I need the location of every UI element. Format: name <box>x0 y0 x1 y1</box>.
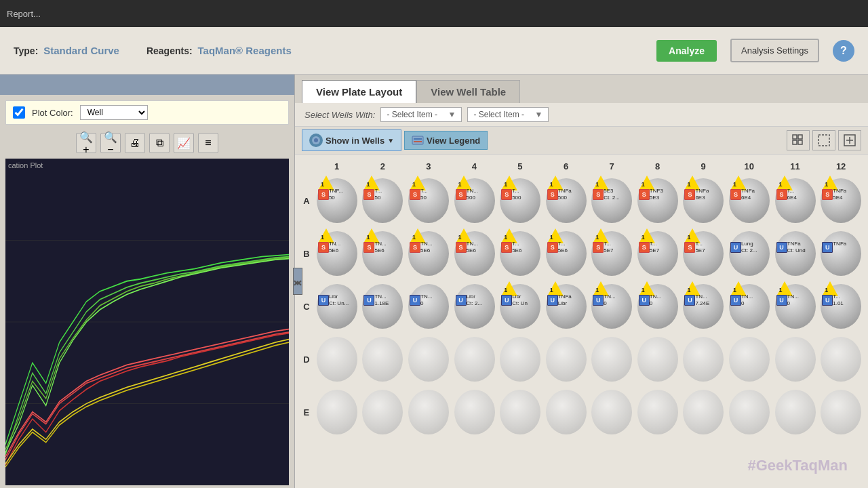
well-cell-E12[interactable] <box>818 386 864 439</box>
tab-view-plate-layout[interactable]: View Plate Layout <box>302 80 416 103</box>
collapse-arrow[interactable] <box>293 268 302 295</box>
well-cell-D8[interactable] <box>635 333 681 386</box>
zoom-in-button[interactable]: 🔍+ <box>76 133 96 153</box>
well-cell-D12[interactable] <box>818 333 864 386</box>
grid-add-button[interactable] <box>838 130 861 150</box>
well-cell-B6[interactable]: 1ST... 5E6 <box>543 227 589 280</box>
well-cell-E10[interactable] <box>726 386 772 439</box>
well-cell-D10[interactable] <box>726 333 772 386</box>
select-item-dropdown-2[interactable]: - Select Item - ▼ <box>467 107 549 122</box>
well-cell-B9[interactable]: 1ST... 5E7 <box>680 227 726 280</box>
well-cell-E5[interactable] <box>497 386 543 439</box>
well-cell-D9[interactable] <box>680 333 726 386</box>
well-cell-D5[interactable] <box>497 333 543 386</box>
well-cell-A8[interactable]: 1STNF3 5E3 <box>635 174 681 227</box>
well-cell-A4[interactable]: 1STN... 500 <box>452 174 498 227</box>
row-header-D: D <box>299 333 314 386</box>
svg-rect-11 <box>798 135 802 139</box>
well-cell-E4[interactable] <box>452 386 498 439</box>
well-cell-A10[interactable]: 1STNFa 6E4 <box>726 174 772 227</box>
well-cell-A2[interactable]: 1ST... 50 <box>359 174 406 227</box>
well-cell-C11[interactable]: 1UTN... 0 <box>772 280 818 333</box>
well-cell-D4[interactable] <box>452 333 498 386</box>
well-cell-A11[interactable]: 1ST... 6E4 <box>772 174 818 227</box>
well-cell-D7[interactable] <box>589 333 635 386</box>
well-icon-A5: S <box>501 189 512 200</box>
well-cell-B8[interactable]: 1ST... 5E7 <box>635 227 681 280</box>
well-cell-C6[interactable]: 1UTNFa Libr <box>543 280 589 333</box>
well-cell-A6[interactable]: 1STNFa 500 <box>543 174 589 227</box>
select-item-dropdown-1[interactable]: - Select Item - ▼ <box>380 107 462 122</box>
well-flag-num-A9: 1 <box>687 181 690 188</box>
well-cell-B12[interactable]: UTNFa <box>818 227 864 280</box>
well-cell-A7[interactable]: 1S5E3 Ct: 2... <box>589 174 635 227</box>
well-cell-A9[interactable]: 1STNFa 6E3 <box>680 174 726 227</box>
well-cell-E11[interactable] <box>772 386 818 439</box>
type-label: Type: Standard Curve <box>14 45 119 56</box>
col-header-5: 5 <box>497 159 543 174</box>
well-text-C6: TNFa Libr <box>558 293 572 306</box>
plot-color-select[interactable]: Well Sample Target <box>80 105 148 120</box>
chart-tools: 🔍+ 🔍− 🖨 ⧉ 📈 ≡ <box>0 130 294 156</box>
well-cell-E3[interactable] <box>406 386 452 439</box>
well-cell-E8[interactable] <box>635 386 681 439</box>
view-legend-button[interactable]: View Legend <box>404 131 488 150</box>
well-cell-E1[interactable] <box>314 386 360 439</box>
well-cell-B11[interactable]: UTNFa Ct: Und <box>772 227 818 280</box>
well-cell-D11[interactable] <box>772 333 818 386</box>
well-text-B7: T... 5E7 <box>604 241 613 253</box>
plot-color-row: Plot Color: Well Sample Target <box>5 100 289 125</box>
well-cell-E6[interactable] <box>543 386 589 439</box>
well-cell-E2[interactable] <box>359 386 406 439</box>
well-flag-num-B8: 1 <box>642 234 645 241</box>
well-cell-B3[interactable]: 1STN... 5E6 <box>406 227 452 280</box>
print-button[interactable]: 🖨 <box>125 133 145 153</box>
analysis-settings-button[interactable]: Analysis Settings <box>730 39 819 62</box>
well-cell-A3[interactable]: 1ST... 50 <box>406 174 452 227</box>
well-text-B11: TNFa Ct: Und <box>787 241 806 253</box>
well-cell-C8[interactable]: 1UTN... 0 <box>635 280 681 333</box>
copy-button[interactable]: ⧉ <box>149 133 170 153</box>
well-cell-B7[interactable]: 1ST... 5E7 <box>589 227 635 280</box>
grid-select-all-button[interactable] <box>787 130 810 150</box>
zoom-out-button[interactable]: 🔍− <box>100 133 121 153</box>
dropdown-arrow-1: ▼ <box>448 110 456 119</box>
well-cell-C5[interactable]: 1ULibr Ct: Un <box>497 280 543 333</box>
well-cell-C1[interactable]: ULibr Ct: Un... <box>314 280 360 333</box>
well-cell-C12[interactable]: 1UT... 1.01 <box>818 280 864 333</box>
list-button[interactable]: ≡ <box>198 133 218 153</box>
well-cell-A1[interactable]: 1STNF... 50 <box>314 174 360 227</box>
help-button[interactable]: ? <box>833 40 854 62</box>
well-cell-E7[interactable] <box>589 386 635 439</box>
grid-deselect-button[interactable] <box>812 130 835 150</box>
well-cell-D1[interactable] <box>314 333 360 386</box>
well-cell-C7[interactable]: 1UTN... 0 <box>589 280 635 333</box>
well-cell-D6[interactable] <box>543 333 589 386</box>
well-cell-A12[interactable]: 1STNFa 5E4 <box>818 174 864 227</box>
well-cell-D3[interactable] <box>406 333 452 386</box>
well-icon-C8: U <box>639 295 650 306</box>
analyze-button[interactable]: Analyze <box>656 40 717 62</box>
well-cell-B2[interactable]: 1STN... 5E6 <box>359 227 406 280</box>
well-cell-C10[interactable]: 1UTN... 0 <box>726 280 772 333</box>
well-cell-C2[interactable]: UTN... 1.18E <box>359 280 406 333</box>
well-cell-C9[interactable]: 1UTN... 7.24E <box>680 280 726 333</box>
well-cell-B5[interactable]: 1ST... 5E6 <box>497 227 543 280</box>
show-in-wells-button[interactable]: Show in Wells ▼ <box>302 129 401 151</box>
well-text-B12: TNFa <box>833 241 846 247</box>
well-cell-B4[interactable]: 1STN... 5E6 <box>452 227 498 280</box>
well-cell-E9[interactable] <box>680 386 726 439</box>
well-cell-B10[interactable]: ULung Ct: 2... <box>726 227 772 280</box>
col-header-3: 3 <box>406 159 452 174</box>
tab-view-well-table[interactable]: View Well Table <box>416 80 520 103</box>
well-flag-num-C8: 1 <box>642 287 645 293</box>
well-cell-C4[interactable]: ULibr Ct: 2... <box>452 280 498 333</box>
well-icon-C10: U <box>730 295 741 306</box>
plot-color-checkbox[interactable] <box>13 106 25 119</box>
chart-type-button[interactable]: 📈 <box>174 133 194 153</box>
well-cell-A5[interactable]: 1ST... 500 <box>497 174 543 227</box>
well-flag-num-A10: 1 <box>733 181 736 188</box>
well-cell-C3[interactable]: UTN... 0 <box>406 280 452 333</box>
well-cell-D2[interactable] <box>359 333 406 386</box>
well-cell-B1[interactable]: 1STN... 5E6 <box>314 227 360 280</box>
